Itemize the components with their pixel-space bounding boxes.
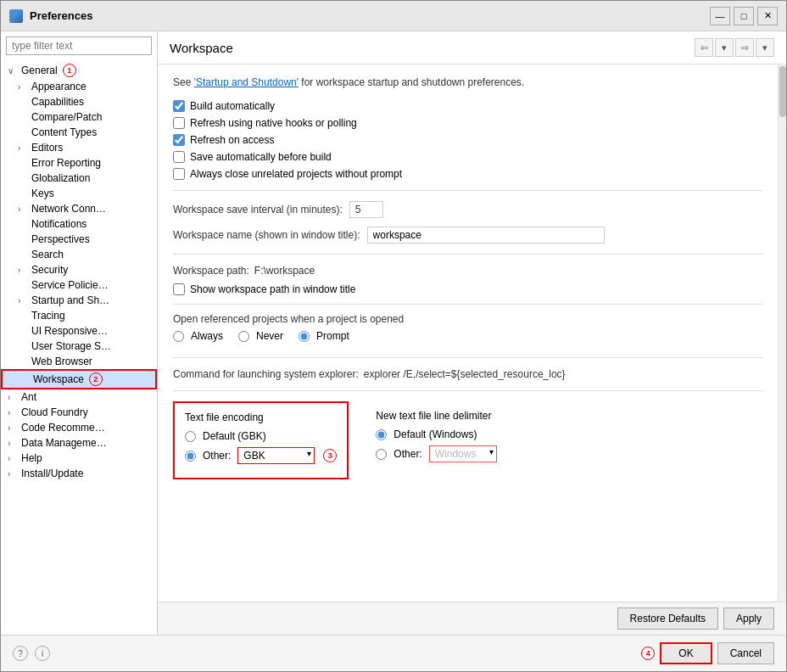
preferences-icon: [9, 9, 23, 23]
sidebar-item-data-management[interactable]: › Data Manageme…: [1, 435, 157, 451]
restore-defaults-button[interactable]: Restore Defaults: [617, 608, 718, 630]
dialog-title: Preferences: [30, 9, 703, 22]
title-bar: Preferences — □ ✕: [1, 1, 786, 31]
divider-3: [173, 357, 762, 358]
right-panel-scrollbar[interactable]: [778, 64, 786, 602]
arrow-icon: ›: [18, 82, 28, 92]
ok-button[interactable]: OK: [660, 642, 712, 664]
sidebar-item-error-reporting[interactable]: Error Reporting: [1, 155, 157, 171]
show-path-label: Show workspace path in window title: [190, 283, 355, 295]
dialog-footer: ? i 4 OK Cancel: [1, 635, 786, 671]
sidebar-item-web-browser[interactable]: Web Browser: [1, 354, 157, 369]
apply-button[interactable]: Apply: [723, 608, 774, 630]
build-automatically-checkbox[interactable]: [173, 100, 185, 112]
close-unrelated-label: Always close unrelated projects without …: [190, 168, 402, 180]
sidebar-item-code-recommenders[interactable]: › Code Recomme…: [1, 420, 157, 435]
sidebar-item-search[interactable]: Search: [1, 247, 157, 262]
sidebar-item-security[interactable]: › Security: [1, 262, 157, 277]
arrow-icon: ›: [8, 454, 18, 463]
workspace-name-input[interactable]: [367, 227, 605, 244]
cancel-button[interactable]: Cancel: [717, 642, 774, 664]
never-radio[interactable]: [238, 331, 249, 342]
startup-shutdown-link[interactable]: 'Startup and Shutdown': [194, 76, 299, 88]
close-unrelated-checkbox[interactable]: [173, 168, 185, 180]
sidebar-item-label: Error Reporting: [31, 157, 101, 169]
save-interval-input[interactable]: [349, 201, 383, 218]
workspace-path-label: Workspace path:: [173, 265, 249, 277]
delimiter-other-radio[interactable]: [376, 449, 387, 460]
sidebar-item-service-policies[interactable]: Service Policie…: [1, 277, 157, 293]
sidebar-item-ant[interactable]: › Ant: [1, 389, 157, 405]
sidebar-item-appearance[interactable]: › Appearance: [1, 79, 157, 94]
sidebar-item-notifications[interactable]: Notifications: [1, 216, 157, 232]
delimiter-select-wrapper: Windows Unix Mac: [429, 445, 497, 462]
badge-3: 3: [323, 449, 337, 462]
encoding-default-radio[interactable]: [185, 431, 196, 442]
sidebar-item-general[interactable]: ∨ General 1: [1, 62, 157, 79]
sidebar-item-globalization[interactable]: Globalization: [1, 171, 157, 186]
prompt-label: Prompt: [316, 330, 349, 342]
badge-4: 4: [641, 647, 655, 660]
nav-forward-dropdown-button[interactable]: ▾: [756, 38, 774, 57]
action-buttons: 4 OK Cancel: [639, 642, 774, 664]
sidebar-item-label: Compare/Patch: [31, 111, 102, 123]
sidebar-item-help[interactable]: › Help: [1, 451, 157, 466]
delimiter-select[interactable]: Windows Unix Mac: [429, 445, 497, 462]
sidebar-item-capabilities[interactable]: Capabilities: [1, 94, 157, 109]
encoding-default-row: Default (GBK): [185, 430, 337, 442]
encoding-select[interactable]: GBK UTF-8 ISO-8859-1 UTF-16: [237, 447, 315, 464]
sidebar-item-keys[interactable]: Keys: [1, 186, 157, 201]
show-path-checkbox[interactable]: [173, 283, 185, 295]
sidebar-item-label: Ant: [21, 391, 36, 403]
refresh-native-row: Refresh using native hooks or polling: [173, 117, 762, 129]
maximize-button[interactable]: □: [734, 7, 754, 25]
help-icon[interactable]: ?: [13, 646, 28, 661]
delimiter-default-row: Default (Windows): [376, 428, 525, 440]
nav-forward-button[interactable]: ⇨: [735, 38, 754, 57]
sidebar-item-tracing[interactable]: Tracing: [1, 308, 157, 323]
save-before-build-checkbox[interactable]: [173, 151, 185, 163]
command-value: explorer /E,/select=${selected_resource_…: [364, 368, 566, 380]
sidebar-item-workspace[interactable]: Workspace 2: [1, 369, 157, 389]
footer-icons: ? i: [13, 646, 633, 661]
workspace-name-label: Workspace name (shown in window title):: [173, 229, 360, 241]
scroll-thumb[interactable]: [779, 66, 786, 117]
sidebar-item-perspectives[interactable]: Perspectives: [1, 232, 157, 247]
sidebar-item-cloud-foundry[interactable]: › Cloud Foundry: [1, 405, 157, 420]
sidebar-item-network-conn[interactable]: › Network Conn…: [1, 201, 157, 216]
refresh-native-checkbox[interactable]: [173, 117, 185, 129]
sidebar-item-startup-shutdown[interactable]: › Startup and Sh…: [1, 293, 157, 308]
encoding-other-radio[interactable]: [185, 451, 196, 462]
nav-buttons: ⇦ ▾ ⇨ ▾: [695, 38, 774, 57]
sidebar-item-compare-patch[interactable]: Compare/Patch: [1, 109, 157, 125]
sidebar-item-ui-responsive[interactable]: UI Responsive…: [1, 323, 157, 339]
close-button[interactable]: ✕: [757, 7, 778, 25]
sidebar-item-user-storage[interactable]: User Storage S…: [1, 339, 157, 354]
info-icon[interactable]: i: [35, 646, 50, 661]
badge-1: 1: [63, 64, 76, 77]
delimiter-title: New text file line delimiter: [376, 410, 525, 422]
sidebar-item-install-update[interactable]: › Install/Update: [1, 466, 157, 481]
minimize-button[interactable]: —: [710, 7, 730, 25]
help-question-icon: ?: [18, 649, 23, 658]
encoding-other-row: Other: GBK UTF-8 ISO-8859-1 UTF-16: [185, 447, 337, 464]
refresh-access-checkbox[interactable]: [173, 134, 185, 146]
sidebar-item-editors[interactable]: › Editors: [1, 140, 157, 155]
sidebar-item-content-types[interactable]: Content Types: [1, 125, 157, 140]
sidebar-item-label: Tracing: [31, 310, 65, 322]
delimiter-default-radio[interactable]: [376, 429, 387, 440]
command-row: Command for launching system explorer: e…: [173, 368, 762, 380]
bottom-section: Text file encoding Default (GBK) Other:: [173, 401, 762, 479]
encoding-other-label: Other:: [203, 450, 231, 462]
prompt-radio[interactable]: [299, 331, 310, 342]
sidebar-item-label: Notifications: [31, 218, 87, 230]
arrow-icon: ›: [18, 266, 28, 275]
filter-input[interactable]: [6, 36, 152, 55]
always-radio[interactable]: [173, 331, 184, 342]
open-referenced-section: Open referenced projects when a project …: [173, 304, 762, 347]
delimiter-other-label: Other:: [394, 448, 421, 460]
nav-back-button[interactable]: ⇦: [695, 38, 713, 57]
pref-title: Workspace: [170, 41, 686, 55]
divider-1: [173, 190, 762, 191]
nav-back-dropdown-button[interactable]: ▾: [715, 38, 734, 57]
